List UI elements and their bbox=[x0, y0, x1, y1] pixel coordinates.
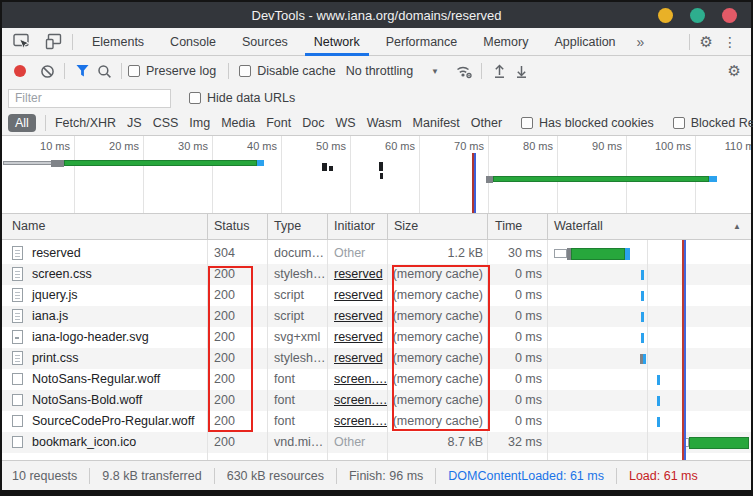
table-row[interactable]: print.css200stylesh…reserved(memory cach… bbox=[2, 348, 751, 369]
table-row[interactable]: iana.js200scriptreserved(memory cache)0 … bbox=[2, 306, 751, 327]
network-conditions-icon[interactable] bbox=[453, 60, 475, 82]
initiator-cell[interactable]: reserved bbox=[334, 288, 383, 302]
table-row[interactable]: screen.css200stylesh…reserved(memory cac… bbox=[2, 264, 751, 285]
waterfall-download-segment bbox=[641, 291, 644, 301]
table-row[interactable]: NotoSans-Bold.woff200fontscreen.…(memory… bbox=[2, 390, 751, 411]
overview-gridline bbox=[557, 136, 558, 213]
column-resize-handle[interactable] bbox=[327, 214, 328, 239]
filter-input[interactable] bbox=[8, 89, 171, 108]
waterfall-download-segment bbox=[657, 417, 660, 427]
tab-application[interactable]: Application bbox=[541, 28, 628, 56]
filter-chip-media[interactable]: Media bbox=[221, 116, 255, 130]
record-button[interactable] bbox=[14, 65, 26, 77]
time-cell: 0 ms bbox=[487, 351, 542, 365]
table-row[interactable]: jquery.js200scriptreserved(memory cache)… bbox=[2, 285, 751, 306]
minimize-button[interactable] bbox=[658, 8, 673, 23]
column-header-type[interactable]: Type bbox=[274, 219, 301, 233]
summary-9-8-kb-transferred: 9.8 kB transferred bbox=[102, 469, 201, 483]
filter-chip-img[interactable]: Img bbox=[189, 116, 210, 130]
overview-gridline bbox=[419, 136, 420, 213]
window-controls bbox=[658, 8, 737, 23]
column-header-name[interactable]: Name bbox=[12, 219, 45, 233]
maximize-button[interactable] bbox=[690, 8, 705, 23]
search-icon[interactable] bbox=[93, 60, 115, 82]
table-row[interactable]: NotoSans-Regular.woff200fontscreen.…(mem… bbox=[2, 369, 751, 390]
filter-chip-doc[interactable]: Doc bbox=[302, 116, 324, 130]
summary-10-requests: 10 requests bbox=[12, 469, 77, 483]
type-cell: stylesh… bbox=[274, 351, 325, 365]
clear-icon[interactable] bbox=[36, 60, 58, 82]
initiator-cell[interactable]: screen.… bbox=[334, 393, 388, 407]
table-row[interactable]: bookmark_icon.ico200vnd.mi…Other8.7 kB32… bbox=[2, 432, 751, 453]
column-separator bbox=[387, 240, 388, 460]
tab-performance[interactable]: Performance bbox=[373, 28, 471, 56]
column-resize-handle[interactable] bbox=[547, 214, 548, 239]
request-name-cell: reserved bbox=[32, 246, 81, 260]
overview-tick-label: 90 ms bbox=[564, 140, 622, 152]
filter-chip-manifest[interactable]: Manifest bbox=[413, 116, 460, 130]
table-row[interactable]: iana-logo-header.svg200svg+xmlreserved(m… bbox=[2, 327, 751, 348]
column-resize-handle[interactable] bbox=[387, 214, 388, 239]
column-resize-handle[interactable] bbox=[487, 214, 488, 239]
initiator-cell[interactable]: reserved bbox=[334, 351, 383, 365]
column-header-waterfall[interactable]: Waterfall bbox=[554, 219, 603, 233]
column-header-size[interactable]: Size bbox=[394, 219, 418, 233]
file-image-icon bbox=[12, 330, 23, 344]
tab-console[interactable]: Console bbox=[157, 28, 229, 56]
filter-chip-fetch-xhr[interactable]: Fetch/XHR bbox=[55, 116, 116, 130]
filter-funnel-icon[interactable] bbox=[71, 60, 93, 82]
overview-tick-label: 100 ms bbox=[633, 140, 691, 152]
initiator-cell[interactable]: reserved bbox=[334, 309, 383, 323]
tab-elements[interactable]: Elements bbox=[79, 28, 157, 56]
filter-chip-other[interactable]: Other bbox=[471, 116, 502, 130]
separator bbox=[89, 468, 90, 484]
table-row[interactable]: SourceCodePro-Regular.woff200fontscreen.… bbox=[2, 411, 751, 432]
inspect-element-icon[interactable] bbox=[8, 30, 34, 54]
waterfall-download-segment bbox=[643, 354, 646, 364]
requests-table-body: reserved304docum…Other1.2 kB30 msscreen.… bbox=[2, 240, 751, 460]
more-panels-button[interactable]: » bbox=[629, 34, 653, 50]
initiator-cell[interactable]: reserved bbox=[334, 330, 383, 344]
settings-gear-icon[interactable]: ⚙ bbox=[700, 33, 713, 51]
initiator-cell[interactable]: screen.… bbox=[334, 414, 388, 428]
filter-chip-font[interactable]: Font bbox=[266, 116, 291, 130]
export-har-icon[interactable] bbox=[510, 60, 532, 82]
column-header-time[interactable]: Time bbox=[495, 219, 522, 233]
network-overview-timeline[interactable]: 10 ms20 ms30 ms40 ms50 ms60 ms70 ms80 ms… bbox=[2, 136, 751, 214]
tab-memory[interactable]: Memory bbox=[470, 28, 541, 56]
column-resize-handle[interactable] bbox=[207, 214, 208, 239]
import-har-icon[interactable] bbox=[488, 60, 510, 82]
network-filter-row: Hide data URLs bbox=[2, 86, 751, 110]
filter-chip-wasm[interactable]: Wasm bbox=[367, 116, 402, 130]
request-name-cell: iana-logo-header.svg bbox=[32, 330, 149, 344]
column-header-status[interactable]: Status bbox=[214, 219, 249, 233]
type-cell: docum… bbox=[274, 246, 324, 260]
disable-cache-checkbox[interactable]: Disable cache bbox=[239, 64, 336, 78]
tab-network[interactable]: Network bbox=[301, 28, 373, 56]
file-plain-icon bbox=[12, 394, 23, 406]
kebab-menu-icon[interactable]: ⋮ bbox=[717, 34, 743, 50]
blocked-requests-checkbox[interactable]: Blocked Requests bbox=[673, 116, 753, 130]
table-row[interactable]: reserved304docum…Other1.2 kB30 ms bbox=[2, 243, 751, 264]
window-title: DevTools - www.iana.org/domains/reserved bbox=[252, 8, 502, 23]
device-toolbar-icon[interactable] bbox=[40, 30, 66, 54]
column-resize-handle[interactable] bbox=[267, 214, 268, 239]
annotation-red-box-1 bbox=[208, 266, 253, 432]
filter-chip-css[interactable]: CSS bbox=[153, 116, 179, 130]
throttling-select[interactable]: No throttling ▼ bbox=[346, 64, 439, 78]
hide-data-urls-checkbox[interactable]: Hide data URLs bbox=[189, 91, 295, 105]
column-header-initiator[interactable]: Initiator bbox=[334, 219, 375, 233]
close-button[interactable] bbox=[722, 8, 737, 23]
preserve-log-checkbox[interactable]: Preserve log bbox=[128, 64, 216, 78]
waterfall-download-segment bbox=[657, 375, 660, 385]
has-blocked-cookies-checkbox[interactable]: Has blocked cookies bbox=[521, 116, 654, 130]
initiator-cell[interactable]: reserved bbox=[334, 267, 383, 281]
panel-settings-gear-icon[interactable]: ⚙ bbox=[728, 62, 741, 80]
tab-sources[interactable]: Sources bbox=[229, 28, 301, 56]
waterfall-download-segment bbox=[641, 333, 644, 343]
initiator-cell[interactable]: screen.… bbox=[334, 372, 388, 386]
filter-chip-all[interactable]: All bbox=[8, 114, 36, 132]
filter-chip-js[interactable]: JS bbox=[127, 116, 142, 130]
filter-chip-ws[interactable]: WS bbox=[335, 116, 355, 130]
separator bbox=[64, 63, 65, 79]
